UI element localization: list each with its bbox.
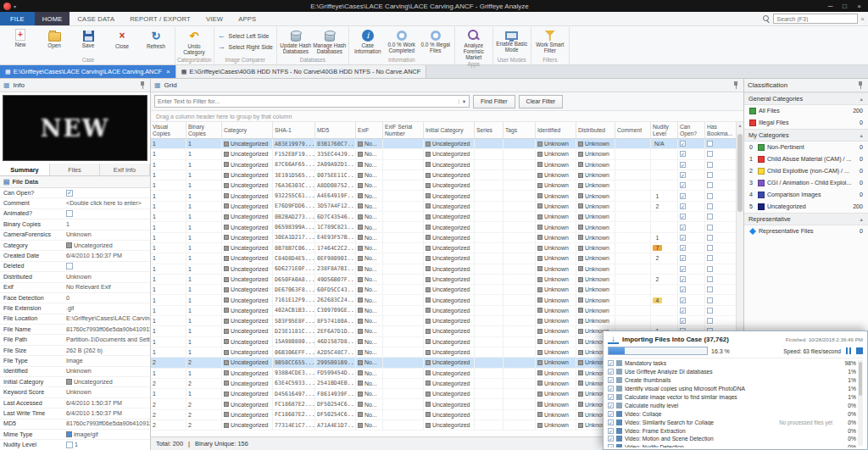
- checkbox[interactable]: [707, 297, 713, 303]
- property-value[interactable]: E:\Griffeye\Cases\LACE Carving\Carved\1.…: [66, 315, 150, 322]
- checkbox[interactable]: [707, 308, 713, 314]
- column-header-series[interactable]: Series: [475, 122, 504, 138]
- checkbox[interactable]: [680, 297, 686, 303]
- search-clear-icon[interactable]: ×: [860, 15, 865, 23]
- column-header-comment[interactable]: Comment: [615, 122, 651, 138]
- checkbox[interactable]: [707, 193, 713, 199]
- checkbox[interactable]: [707, 266, 713, 272]
- property-value[interactable]: [66, 210, 73, 217]
- column-header-sha-1[interactable]: SHA-1: [273, 122, 315, 138]
- task-checkbox[interactable]: [608, 386, 614, 392]
- ribbon-tab-home[interactable]: HOME: [35, 12, 70, 25]
- checkbox[interactable]: [707, 203, 713, 209]
- table-row[interactable]: 11Uncategorized87C66AF65...2A09A92D1...N…: [151, 160, 736, 170]
- open-button[interactable]: Open: [37, 27, 71, 48]
- undo-category-button[interactable]: ↶Undo Category: [177, 27, 211, 55]
- property-value[interactable]: 81760c7993ff06e5da90b410911c39[1].gif: [66, 326, 150, 333]
- checkbox[interactable]: [707, 245, 713, 251]
- ribbon-tab-report-export[interactable]: REPORT / EXPORT: [122, 12, 198, 25]
- category-item-representative-files[interactable]: Representative Files0: [744, 225, 868, 237]
- column-header-tags[interactable]: Tags: [504, 122, 536, 138]
- column-header-can-open[interactable]: Can Open?: [678, 122, 705, 138]
- checkbox[interactable]: [680, 214, 686, 219]
- property-value[interactable]: 0: [66, 295, 70, 302]
- checkbox[interactable]: [66, 190, 73, 197]
- checkbox[interactable]: [680, 141, 686, 147]
- column-header-nudity-level[interactable]: Nudity Level: [651, 122, 678, 138]
- ribbon-tab-case-data[interactable]: CASE DATA: [70, 12, 122, 25]
- checkbox[interactable]: [680, 172, 686, 178]
- column-header-category[interactable]: Category: [222, 122, 273, 138]
- select-right-side-button[interactable]: →Select Right Side: [216, 43, 275, 52]
- task-checkbox[interactable]: [608, 411, 614, 417]
- property-value[interactable]: <Double click here to enter>: [66, 200, 142, 207]
- app-logo-icon[interactable]: [3, 3, 11, 10]
- checkbox[interactable]: [707, 214, 713, 219]
- checkbox[interactable]: [680, 308, 686, 314]
- table-row[interactable]: 11Uncategorized0B78B7C06...17464C2C2...N…: [151, 243, 736, 253]
- table-row[interactable]: 11Uncategorized0B2BAD273...6D7C43546...N…: [151, 212, 736, 222]
- task-checkbox[interactable]: [608, 369, 614, 375]
- dialog-scrollbar[interactable]: [858, 360, 863, 446]
- checkbox[interactable]: [680, 162, 686, 168]
- property-value[interactable]: [66, 263, 73, 269]
- property-value[interactable]: 81760c7993ff06e5da90b410911c39...: [66, 420, 150, 427]
- task-checkbox[interactable]: [608, 428, 614, 434]
- table-row[interactable]: 11UncategorizedAB3E19979...03B1760C7...N…: [151, 139, 736, 149]
- find-filter-button[interactable]: Find Filter: [473, 95, 515, 108]
- checkbox[interactable]: [66, 263, 73, 269]
- table-row[interactable]: 11Uncategorized3E191D565...0075EE11C...N…: [151, 170, 736, 181]
- checkbox[interactable]: [707, 276, 713, 282]
- property-value[interactable]: 1: [66, 221, 70, 228]
- preview-image[interactable]: NEW: [3, 95, 147, 161]
- tab-close-icon[interactable]: ×: [166, 68, 170, 75]
- analyze-forensic-market-button[interactable]: Analyze Forensic Market: [457, 27, 491, 60]
- document-tab[interactable]: ▦E:\Griffeye\Cases\40GB HDD NTFS - No Ca…: [176, 65, 426, 78]
- table-row[interactable]: 11Uncategorized932255C61...A4E64919F...N…: [151, 191, 736, 201]
- case-information-button[interactable]: iCase Information: [351, 27, 385, 54]
- checkbox[interactable]: [707, 235, 713, 241]
- ribbon-tab-apps[interactable]: APPS: [231, 12, 264, 25]
- column-header-visual-copies[interactable]: Visual Copies: [151, 122, 186, 138]
- 0-0-work-completed-button[interactable]: 0.0 % Work Completed: [385, 27, 419, 53]
- table-row[interactable]: 11Uncategorized6D6271E0F...238F8A7BI...N…: [151, 264, 736, 275]
- select-left-side-button[interactable]: ←Select Left Side: [216, 32, 271, 41]
- column-header-exif-serial-number[interactable]: ExiF Serial Number: [383, 122, 424, 138]
- table-row[interactable]: 11Uncategorized06598399A...1C789C821...N…: [151, 222, 736, 232]
- checkbox[interactable]: [680, 318, 686, 324]
- checkbox[interactable]: [707, 286, 713, 292]
- task-checkbox[interactable]: [608, 444, 614, 447]
- property-value[interactable]: Image: [66, 358, 83, 364]
- scrollbar-thumb[interactable]: [737, 134, 743, 212]
- category-item-child-abuse-material-cam[interactable]: 1Child Abuse Material (CAM) / ...0: [744, 153, 868, 165]
- checkbox[interactable]: [680, 225, 686, 231]
- category-item-all-files[interactable]: All Files200: [744, 105, 868, 117]
- checkbox[interactable]: [707, 182, 713, 188]
- table-row[interactable]: 11UncategorizedF152E8F19...335EC44J9...N…: [151, 149, 736, 159]
- chevron-down-icon[interactable]: ▼: [459, 99, 469, 104]
- pin-icon[interactable]: [856, 81, 865, 90]
- document-tab[interactable]: ▦E:\Griffeye\Cases\LACE Carving\LACE Car…: [0, 65, 176, 78]
- manage-hash-databases-button[interactable]: Manage Hash Databases: [313, 27, 347, 54]
- section-header-representative[interactable]: Representative▲: [744, 213, 868, 225]
- task-checkbox[interactable]: [608, 377, 614, 383]
- minimize-button[interactable]: ─: [823, 3, 837, 10]
- work-smart-filter-button[interactable]: Work Smart Filter: [533, 27, 567, 53]
- task-checkbox[interactable]: [608, 360, 614, 366]
- grid-filter-input[interactable]: [155, 96, 459, 107]
- table-row[interactable]: 11UncategorizedDE67063F8...60FD5CC43...N…: [151, 285, 736, 295]
- property-value[interactable]: 6/4/2010 1:50:37 PM: [66, 400, 122, 407]
- category-item-illegal-files[interactable]: Illegal Files0: [744, 117, 868, 129]
- tab-files[interactable]: Files: [50, 164, 100, 175]
- checkbox[interactable]: [707, 141, 713, 147]
- ribbon-tab-file[interactable]: FILE: [0, 12, 35, 25]
- maximize-button[interactable]: □: [837, 3, 852, 10]
- refresh-button[interactable]: ↻Refresh: [139, 27, 173, 49]
- checkbox[interactable]: [680, 266, 686, 272]
- table-row[interactable]: 11UncategorizedE76D9FDD6...3D57A4F12...N…: [151, 202, 736, 212]
- pin-icon[interactable]: [732, 81, 740, 90]
- task-checkbox[interactable]: [608, 394, 614, 400]
- property-value[interactable]: Unknown: [66, 389, 92, 396]
- table-row[interactable]: 11Uncategorized30EA1D217...E4E93F57B...N…: [151, 233, 736, 243]
- search-input[interactable]: [773, 14, 858, 24]
